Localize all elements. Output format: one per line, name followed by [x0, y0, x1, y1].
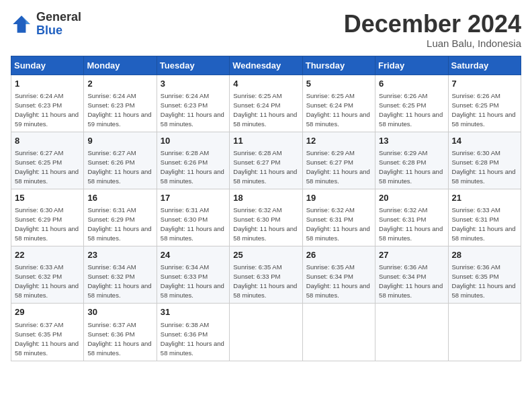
day-number: 30: [87, 306, 152, 318]
weekday-header: Monday: [84, 56, 157, 75]
weekday-header: Friday: [375, 56, 448, 75]
day-number: 3: [161, 78, 226, 90]
day-number: 2: [87, 78, 152, 90]
calendar-day-cell: 15Sunrise: 6:30 AMSunset: 6:29 PMDayligh…: [11, 189, 84, 246]
calendar-day-cell: 22Sunrise: 6:33 AMSunset: 6:32 PMDayligh…: [11, 246, 84, 304]
day-number: 7: [452, 78, 517, 90]
calendar-day-cell: 3Sunrise: 6:24 AMSunset: 6:23 PMDaylight…: [157, 75, 229, 132]
day-number: 19: [306, 192, 371, 204]
calendar-day-cell: 30Sunrise: 6:37 AMSunset: 6:36 PMDayligh…: [84, 304, 157, 361]
day-info: Sunrise: 6:35 AMSunset: 6:34 PMDaylight:…: [306, 263, 370, 299]
weekday-header: Tuesday: [157, 56, 229, 75]
day-info: Sunrise: 6:25 AMSunset: 6:24 PMDaylight:…: [306, 92, 370, 128]
calendar-week-row: 15Sunrise: 6:30 AMSunset: 6:29 PMDayligh…: [11, 189, 521, 246]
calendar-day-cell: 18Sunrise: 6:32 AMSunset: 6:30 PMDayligh…: [230, 189, 302, 246]
calendar-day-cell: 1Sunrise: 6:24 AMSunset: 6:23 PMDaylight…: [11, 75, 84, 132]
calendar-day-cell: 13Sunrise: 6:29 AMSunset: 6:28 PMDayligh…: [375, 132, 448, 189]
day-info: Sunrise: 6:30 AMSunset: 6:29 PMDaylight:…: [15, 206, 79, 242]
day-info: Sunrise: 6:34 AMSunset: 6:32 PMDaylight:…: [87, 263, 151, 299]
day-number: 8: [15, 135, 80, 147]
calendar-day-cell: 31Sunrise: 6:38 AMSunset: 6:36 PMDayligh…: [157, 304, 229, 361]
day-info: Sunrise: 6:31 AMSunset: 6:30 PMDaylight:…: [161, 206, 224, 242]
calendar-day-cell: 5Sunrise: 6:25 AMSunset: 6:24 PMDaylight…: [302, 75, 375, 132]
calendar-day-cell: 9Sunrise: 6:27 AMSunset: 6:26 PMDaylight…: [84, 132, 157, 189]
calendar-day-cell: [375, 304, 448, 361]
calendar-day-cell: 6Sunrise: 6:26 AMSunset: 6:25 PMDaylight…: [375, 75, 448, 132]
day-info: Sunrise: 6:28 AMSunset: 6:26 PMDaylight:…: [161, 149, 224, 185]
calendar-day-cell: 28Sunrise: 6:36 AMSunset: 6:35 PMDayligh…: [448, 246, 521, 304]
day-info: Sunrise: 6:26 AMSunset: 6:25 PMDaylight:…: [379, 92, 443, 128]
day-info: Sunrise: 6:31 AMSunset: 6:29 PMDaylight:…: [87, 206, 151, 242]
day-info: Sunrise: 6:27 AMSunset: 6:25 PMDaylight:…: [15, 149, 79, 185]
day-info: Sunrise: 6:24 AMSunset: 6:23 PMDaylight:…: [15, 92, 79, 128]
calendar-day-cell: 26Sunrise: 6:35 AMSunset: 6:34 PMDayligh…: [302, 246, 375, 304]
calendar-day-cell: 12Sunrise: 6:29 AMSunset: 6:27 PMDayligh…: [302, 132, 375, 189]
day-number: 16: [87, 192, 152, 204]
day-info: Sunrise: 6:28 AMSunset: 6:27 PMDaylight:…: [233, 149, 297, 185]
logo-line1: General: [36, 11, 81, 24]
day-number: 22: [15, 249, 80, 261]
calendar-day-cell: 27Sunrise: 6:36 AMSunset: 6:34 PMDayligh…: [375, 246, 448, 304]
calendar-day-cell: 17Sunrise: 6:31 AMSunset: 6:30 PMDayligh…: [157, 189, 229, 246]
calendar-day-cell: 8Sunrise: 6:27 AMSunset: 6:25 PMDaylight…: [11, 132, 84, 189]
day-info: Sunrise: 6:29 AMSunset: 6:28 PMDaylight:…: [379, 149, 443, 185]
day-number: 31: [161, 306, 226, 318]
day-info: Sunrise: 6:24 AMSunset: 6:23 PMDaylight:…: [161, 92, 224, 128]
day-info: Sunrise: 6:25 AMSunset: 6:24 PMDaylight:…: [233, 92, 297, 128]
day-info: Sunrise: 6:29 AMSunset: 6:27 PMDaylight:…: [306, 149, 370, 185]
day-info: Sunrise: 6:37 AMSunset: 6:35 PMDaylight:…: [15, 321, 79, 357]
day-number: 5: [306, 78, 371, 90]
day-info: Sunrise: 6:38 AMSunset: 6:36 PMDaylight:…: [161, 321, 224, 357]
day-info: Sunrise: 6:35 AMSunset: 6:33 PMDaylight:…: [233, 263, 297, 299]
day-number: 26: [306, 249, 371, 261]
day-number: 11: [233, 135, 298, 147]
calendar-week-row: 22Sunrise: 6:33 AMSunset: 6:32 PMDayligh…: [11, 246, 521, 304]
calendar-day-cell: [230, 304, 302, 361]
day-info: Sunrise: 6:24 AMSunset: 6:23 PMDaylight:…: [87, 92, 151, 128]
day-number: 23: [87, 249, 152, 261]
day-info: Sunrise: 6:32 AMSunset: 6:31 PMDaylight:…: [379, 206, 443, 242]
day-number: 27: [379, 249, 444, 261]
day-info: Sunrise: 6:36 AMSunset: 6:35 PMDaylight:…: [452, 263, 516, 299]
logo-line2: Blue: [36, 24, 81, 38]
calendar-day-cell: [448, 304, 521, 361]
day-number: 12: [306, 135, 371, 147]
day-number: 29: [15, 306, 80, 318]
day-info: Sunrise: 6:32 AMSunset: 6:31 PMDaylight:…: [306, 206, 370, 242]
day-info: Sunrise: 6:32 AMSunset: 6:30 PMDaylight:…: [233, 206, 297, 242]
calendar-day-cell: 10Sunrise: 6:28 AMSunset: 6:26 PMDayligh…: [157, 132, 229, 189]
calendar-week-row: 29Sunrise: 6:37 AMSunset: 6:35 PMDayligh…: [11, 304, 521, 361]
calendar-day-cell: 14Sunrise: 6:30 AMSunset: 6:28 PMDayligh…: [448, 132, 521, 189]
calendar-day-cell: 7Sunrise: 6:26 AMSunset: 6:25 PMDaylight…: [448, 75, 521, 132]
day-number: 18: [233, 192, 298, 204]
day-info: Sunrise: 6:27 AMSunset: 6:26 PMDaylight:…: [87, 149, 151, 185]
day-number: 15: [15, 192, 80, 204]
day-number: 1: [15, 78, 80, 90]
calendar-day-cell: 4Sunrise: 6:25 AMSunset: 6:24 PMDaylight…: [230, 75, 302, 132]
day-number: 9: [87, 135, 152, 147]
day-number: 28: [452, 249, 517, 261]
calendar-week-row: 1Sunrise: 6:24 AMSunset: 6:23 PMDaylight…: [11, 75, 521, 132]
calendar-day-cell: 19Sunrise: 6:32 AMSunset: 6:31 PMDayligh…: [302, 189, 375, 246]
day-info: Sunrise: 6:36 AMSunset: 6:34 PMDaylight:…: [379, 263, 443, 299]
day-info: Sunrise: 6:34 AMSunset: 6:33 PMDaylight:…: [161, 263, 224, 299]
calendar-day-cell: 24Sunrise: 6:34 AMSunset: 6:33 PMDayligh…: [157, 246, 229, 304]
calendar-day-cell: 11Sunrise: 6:28 AMSunset: 6:27 PMDayligh…: [230, 132, 302, 189]
day-number: 6: [379, 78, 444, 90]
day-info: Sunrise: 6:37 AMSunset: 6:36 PMDaylight:…: [87, 321, 151, 357]
month-title: December 2024: [344, 11, 521, 38]
day-info: Sunrise: 6:33 AMSunset: 6:31 PMDaylight:…: [452, 206, 516, 242]
calendar-day-cell: [302, 304, 375, 361]
title-area: December 2024 Luan Balu, Indonesia: [344, 11, 521, 49]
weekday-header-row: SundayMondayTuesdayWednesdayThursdayFrid…: [11, 56, 521, 75]
logo: General Blue: [11, 11, 81, 38]
day-number: 17: [161, 192, 226, 204]
weekday-header: Wednesday: [230, 56, 302, 75]
day-number: 13: [379, 135, 444, 147]
weekday-header: Thursday: [302, 56, 375, 75]
calendar-day-cell: 23Sunrise: 6:34 AMSunset: 6:32 PMDayligh…: [84, 246, 157, 304]
calendar-day-cell: 2Sunrise: 6:24 AMSunset: 6:23 PMDaylight…: [84, 75, 157, 132]
weekday-header: Saturday: [448, 56, 521, 75]
calendar-day-cell: 21Sunrise: 6:33 AMSunset: 6:31 PMDayligh…: [448, 189, 521, 246]
calendar-day-cell: 20Sunrise: 6:32 AMSunset: 6:31 PMDayligh…: [375, 189, 448, 246]
